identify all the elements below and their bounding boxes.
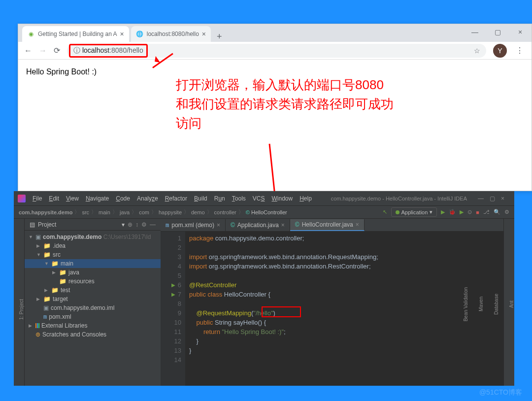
maximize-button[interactable]: ▢ [486,24,509,40]
breadcrumb-item[interactable]: java [120,209,130,215]
reload-button[interactable]: ⟳ [54,46,60,55]
menu-window[interactable]: Window [268,195,296,202]
database-tab[interactable]: Database [494,292,499,317]
debug-button[interactable]: 🐞 [449,209,456,215]
profile-avatar[interactable]: Y [493,44,507,58]
gear-icon[interactable]: ⚙ [141,221,147,228]
back-button[interactable]: ← [24,46,32,55]
folder-icon: 📁 [43,242,51,249]
breadcrumb-item[interactable]: HelloController [246,209,287,215]
info-icon[interactable]: ⓘ [73,46,80,54]
tree-item[interactable]: mpom.xml [25,312,161,321]
intellij-window: File Edit View Navigate Code Analyze Ref… [14,191,514,386]
close-button[interactable]: × [501,195,504,202]
panel-icon: ▤ [30,221,35,228]
left-toolwindow-bar: 1: Project 2: Structure [14,219,25,386]
coverage-button[interactable]: ▶ [460,209,464,215]
tree-item[interactable]: ▶📁test [25,286,161,295]
forward-button[interactable]: → [39,46,47,55]
menu-tools[interactable]: Tools [229,195,249,202]
close-icon[interactable]: × [202,30,206,38]
close-icon[interactable]: × [281,222,285,229]
menu-vcs[interactable]: VCS [250,195,268,202]
line-number: 1 [163,234,181,243]
close-icon[interactable]: × [217,222,220,229]
url-path: /hello [127,46,143,54]
run-button[interactable]: ▶ [441,209,445,215]
collapse-icon[interactable]: ↕ [135,221,138,228]
menu-build[interactable]: Build [191,195,210,202]
code-editor[interactable]: ▶ ▶ 1 2 3 4 5 6 7 8 9 10 11 12 13 14 [161,232,503,386]
libraries-icon [35,323,39,328]
breadcrumb-item[interactable]: controller [214,209,236,215]
tree-item[interactable]: 📁resources [25,277,161,286]
minimize-button[interactable]: — [478,195,484,202]
menu-refactor[interactable]: Refactor [162,195,190,202]
breadcrumb-item[interactable]: demo [191,209,205,215]
profile-button[interactable]: ⊙ [467,209,472,215]
search-icon[interactable]: 🔍 [494,209,500,215]
chevron-down-icon[interactable]: ▾ [122,221,125,228]
menu-view[interactable]: View [63,195,82,202]
menu-file[interactable]: File [30,195,45,202]
folder-icon: 📁 [51,287,59,294]
scratch-icon: ⊚ [35,331,40,338]
tree-item[interactable]: ⊚Scratches and Consoles [25,330,161,339]
select-opened-icon[interactable]: ⊕ [128,221,133,228]
editor-tab[interactable]: mpom.xml (demo)× [161,219,226,231]
bookmark-icon[interactable]: ☆ [474,47,480,55]
tree-item[interactable]: ▶External Libraries [25,321,161,330]
tab-label: HelloController.java [302,221,353,228]
bean-validation-tab[interactable]: Bean Validation [463,285,468,323]
close-icon[interactable]: × [120,30,124,38]
run-gutter-icon[interactable]: ▶ [171,280,175,290]
project-toolwindow-tab[interactable]: 1: Project [19,297,24,322]
menu-edit[interactable]: Edit [46,195,62,202]
new-tab-button[interactable]: + [213,32,226,42]
tab-title: Getting Started | Building an A [38,31,117,37]
code-body[interactable]: package com.happysite.demo.controller; i… [185,232,503,386]
browser-tab[interactable]: 🌐 localhost:8080/hello × [131,26,211,42]
breadcrumb-item[interactable]: com.happysite.demo [19,209,72,215]
maven-tab[interactable]: Maven [478,295,484,313]
tree-item[interactable]: ▶📁target [25,295,161,303]
tree-item[interactable]: ▶📁java [25,268,161,277]
editor-tab[interactable]: ©Application.java× [226,219,290,231]
maximize-button[interactable]: ▢ [490,195,495,202]
menu-analyze[interactable]: Analyze [134,195,161,202]
folder-icon: 📁 [43,296,51,302]
tree-root[interactable]: ▼▣com.happysite.demo C:\Users\13917\Id [25,233,161,241]
close-button[interactable]: × [509,24,532,40]
tree-item-selected[interactable]: ▼📁main [25,259,161,268]
annotation-line: 和我们设置的请求类请求路径即可成功 [176,95,394,114]
menu-code[interactable]: Code [113,195,133,202]
editor-tab-active[interactable]: ©HelloController.java× [290,219,365,231]
breadcrumb-item[interactable]: src [82,209,89,215]
minimize-button[interactable]: — [464,24,486,40]
menu-button[interactable]: ⋮ [514,46,526,55]
line-number: 2 [163,243,181,252]
browser-tab[interactable]: ◉ Getting Started | Building an A × [22,26,129,42]
menu-navigate[interactable]: Navigate [83,195,112,202]
settings-icon[interactable]: ⚙ [504,209,509,215]
url-input[interactable]: ⓘ localhost:8080/hello ☆ [67,44,486,58]
breadcrumb-item[interactable]: com [139,209,149,215]
run-config-selector[interactable]: Application ▾ [391,207,437,217]
tree-item[interactable]: ▼📁src [25,250,161,259]
class-icon: © [295,221,299,228]
build-icon[interactable]: ↖ [383,209,387,215]
panel-title: Project [38,221,119,228]
ide-menubar: File Edit View Navigate Code Analyze Ref… [14,191,514,206]
run-gutter-icon[interactable]: ▶ [171,290,175,299]
menu-help[interactable]: Help [297,195,315,202]
menu-run[interactable]: Run [211,195,228,202]
breadcrumb-item[interactable]: happysite [159,209,182,215]
hide-icon[interactable]: — [150,221,156,228]
ant-tab[interactable]: Ant [509,299,514,310]
breadcrumb-item[interactable]: main [99,209,110,215]
tree-item[interactable]: ▶📁.idea [25,241,161,250]
stop-button[interactable]: ■ [476,209,479,215]
tree-item[interactable]: ▣com.happysite.demo.iml [25,303,161,312]
close-icon[interactable]: × [356,221,359,228]
git-button[interactable]: ⎇ [483,209,490,215]
